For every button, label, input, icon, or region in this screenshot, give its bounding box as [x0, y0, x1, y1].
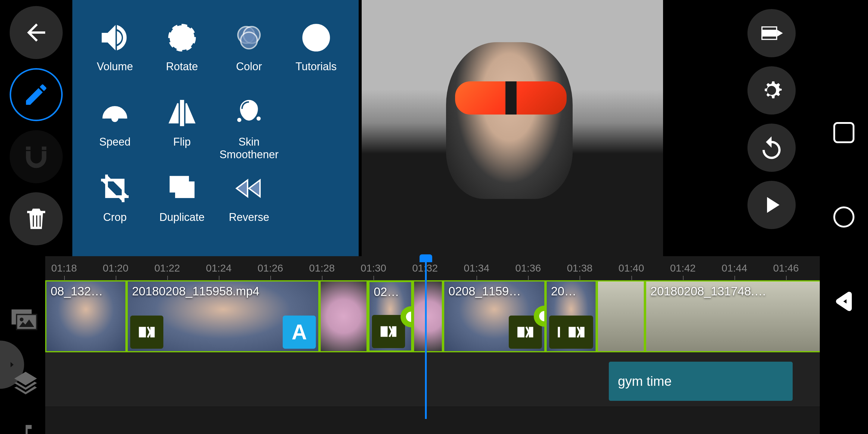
tool-reverse-label: Reverse [229, 211, 269, 224]
back-button[interactable] [10, 6, 63, 59]
video-clip[interactable]: 08_132… [45, 280, 127, 352]
speed-icon [98, 96, 131, 130]
svg-text:90: 90 [176, 33, 188, 45]
video-track[interactable]: 08_132…20180208_115958.mp4A02…0208_1159…… [45, 280, 820, 352]
preview-pane [362, 0, 663, 256]
ruler-tick: 01:28 [309, 262, 335, 274]
ruler-tick: 01:22 [154, 262, 180, 274]
clip-title: 08_132… [51, 284, 103, 298]
tool-crop[interactable]: Crop [82, 172, 149, 247]
clip-title: 20180208_131748.… [650, 284, 767, 298]
svg-rect-16 [139, 327, 146, 338]
svg-rect-17 [150, 327, 155, 338]
undo-button[interactable] [747, 124, 796, 172]
reverse-icon [232, 172, 266, 205]
svg-rect-21 [529, 327, 533, 338]
timeline-ruler: 01:1801:2001:2201:2401:2601:2801:3001:32… [45, 256, 820, 280]
edit-tools-panel: Volume 90 Rotate Color Tutorials Speed F… [72, 0, 359, 256]
tool-duplicate-label: Duplicate [159, 211, 205, 224]
system-nav-bar [820, 0, 868, 434]
video-clip[interactable] [597, 280, 645, 352]
ruler-tick: 01:26 [257, 262, 283, 274]
delete-button[interactable] [10, 192, 63, 245]
svg-rect-18 [381, 327, 388, 337]
media-library-button[interactable] [9, 304, 39, 335]
text-track[interactable]: gym time [45, 352, 820, 407]
tool-reverse[interactable]: Reverse [216, 172, 283, 247]
crop-icon [98, 172, 131, 205]
recent-apps-button[interactable] [833, 122, 855, 143]
transition-icon[interactable] [560, 315, 593, 349]
video-clip[interactable]: 20… [546, 280, 597, 352]
ruler-tick: 01:44 [721, 262, 747, 274]
timeline[interactable]: 01:1801:2001:2201:2401:2601:2801:3001:32… [45, 256, 820, 419]
tool-volume[interactable]: Volume [82, 21, 149, 96]
tool-skin-smoothener[interactable]: Skin Smoothener [216, 96, 283, 172]
tool-volume-label: Volume [97, 60, 133, 73]
playhead[interactable] [425, 256, 427, 419]
video-clip[interactable]: 20180208_115958.mp4A [127, 280, 319, 352]
clip-title: 02… [374, 285, 399, 299]
transition-icon[interactable] [372, 315, 405, 348]
video-clip[interactable]: 02… [368, 280, 413, 352]
clip-title: 0208_1159… [448, 284, 521, 298]
ruler-tick: 01:34 [464, 262, 490, 274]
text-clip-label: gym time [618, 374, 672, 389]
settings-button[interactable] [747, 66, 796, 115]
tool-color[interactable]: Color [216, 21, 283, 96]
ruler-tick: 01:18 [51, 262, 77, 274]
duplicate-icon [165, 172, 198, 205]
ruler-tick: 01:40 [618, 262, 644, 274]
ruler-tick: 01:38 [567, 262, 592, 274]
tool-crop-label: Crop [103, 211, 127, 224]
title-overlay-icon[interactable]: A [283, 315, 316, 349]
right-toolbar [741, 9, 802, 229]
text-clip[interactable]: gym time [609, 362, 793, 401]
magnet-button[interactable] [10, 130, 63, 183]
tool-skin-label: Skin Smoothener [216, 135, 283, 161]
volume-icon [98, 21, 131, 54]
tool-duplicate[interactable]: Duplicate [149, 172, 216, 247]
music-track-button[interactable] [13, 422, 38, 434]
tool-color-label: Color [236, 60, 262, 73]
tool-speed-label: Speed [99, 135, 130, 148]
tool-rotate[interactable]: 90 Rotate [149, 21, 216, 96]
video-clip[interactable]: 0208_1159… [443, 280, 546, 352]
svg-rect-25 [580, 327, 585, 338]
svg-point-15 [20, 318, 24, 321]
rotate-icon: 90 [165, 21, 198, 54]
play-button[interactable] [747, 181, 796, 229]
audio-track[interactable] [45, 407, 820, 434]
svg-point-6 [315, 43, 317, 45]
left-toolbar [6, 6, 66, 245]
tool-speed[interactable]: Speed [82, 96, 149, 172]
svg-point-8 [257, 117, 260, 120]
tool-tutorials[interactable]: Tutorials [283, 21, 350, 96]
ruler-tick: 01:20 [103, 262, 128, 274]
transition-icon[interactable] [130, 315, 163, 349]
ruler-tick: 01:24 [206, 262, 231, 274]
svg-rect-19 [392, 327, 397, 337]
svg-rect-14 [17, 314, 37, 330]
tutorials-icon [300, 21, 333, 54]
video-clip[interactable] [319, 280, 368, 352]
export-button[interactable] [747, 9, 796, 57]
svg-rect-20 [518, 327, 524, 338]
edit-button[interactable] [10, 68, 63, 121]
video-clip[interactable]: 20180208_131748.… [645, 280, 826, 352]
ruler-tick: 01:42 [670, 262, 695, 274]
home-button[interactable] [833, 207, 855, 227]
ruler-tick: 01:46 [773, 262, 799, 274]
layers-button[interactable] [12, 370, 39, 397]
tool-flip-label: Flip [173, 135, 191, 148]
clip-title: 20180208_115958.mp4 [132, 284, 259, 298]
tool-tutorials-label: Tutorials [296, 60, 337, 73]
preview-frame [362, 0, 663, 256]
video-clip[interactable] [413, 280, 443, 352]
flip-icon [165, 96, 198, 130]
back-system-button[interactable] [833, 291, 855, 312]
tool-flip[interactable]: Flip [149, 96, 216, 172]
ruler-tick: 01:36 [516, 262, 541, 274]
ruler-tick: 01:30 [361, 262, 386, 274]
skin-icon [232, 96, 266, 130]
